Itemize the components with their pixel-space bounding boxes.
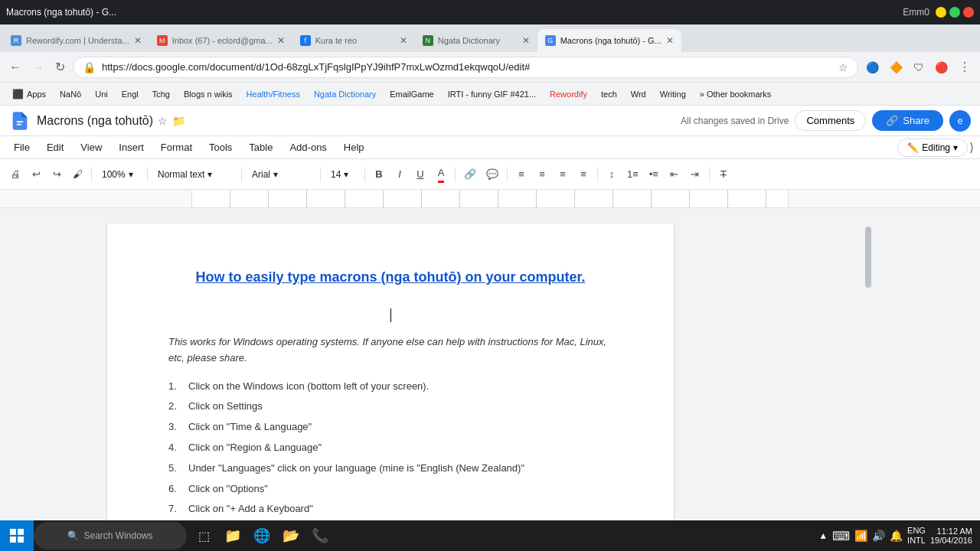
menu-help[interactable]: Help (336, 139, 372, 156)
comment-button[interactable]: 💬 (482, 165, 502, 183)
zoom-dropdown[interactable]: 100% ▾ (96, 166, 142, 183)
documents-button[interactable]: 📂 (277, 522, 305, 549)
taskview-button[interactable]: ⬚ (190, 522, 217, 549)
clear-formatting-button[interactable]: T̶ (714, 165, 733, 183)
bookmark-email[interactable]: EmailGame (384, 87, 439, 101)
tab-rewordify[interactable]: R Rewordify.com | Understa... ✕ (3, 29, 149, 52)
maximize-button[interactable] (949, 7, 960, 18)
font-dropdown[interactable]: Arial ▾ (247, 166, 315, 183)
redo-button[interactable]: ↪ (47, 165, 66, 183)
undo-button[interactable]: ↩ (27, 165, 45, 183)
tab-close-macrons[interactable]: ✕ (666, 35, 674, 46)
extension-icon-2[interactable]: 🔶 (887, 58, 906, 77)
link-button[interactable]: 🔗 (460, 165, 480, 183)
extension-icon-4[interactable]: 🔴 (932, 58, 951, 77)
tab-close-gmail[interactable]: ✕ (277, 35, 285, 46)
network-icon[interactable]: 📶 (854, 530, 867, 542)
doc-page[interactable]: How to easily type macrons (nga tohutō) … (107, 223, 674, 551)
system-clock[interactable]: 11:12 AM 19/04/2016 (930, 527, 972, 545)
close-button[interactable] (963, 7, 974, 18)
menu-format[interactable]: Format (153, 139, 200, 156)
bookmark-wrd[interactable]: Wrd (625, 87, 652, 101)
menu-view[interactable]: View (73, 139, 109, 156)
size-dropdown[interactable]: 14 ▾ (325, 166, 360, 183)
collapse-panel-button[interactable]: ⟩ (969, 140, 974, 155)
tab-close-facebook[interactable]: ✕ (400, 35, 407, 46)
indent-less-button[interactable]: ⇤ (665, 165, 684, 183)
style-chevron: ▾ (207, 169, 212, 180)
scrollbar[interactable] (864, 223, 873, 536)
tabs-bar: R Rewordify.com | Understa... ✕ M Inbox … (0, 24, 980, 52)
document-area[interactable]: How to easily type macrons (nga tohutō) … (0, 208, 980, 551)
refresh-button[interactable]: ↻ (52, 57, 68, 77)
menu-tools[interactable]: Tools (201, 139, 240, 156)
star-icon[interactable]: ☆ (158, 115, 168, 127)
tab-ngata[interactable]: N Ngata Dictionary ✕ (415, 29, 537, 52)
tab-macrons[interactable]: G Macrons (nga tohutō) - G... ✕ (537, 29, 681, 52)
paint-format-button[interactable]: 🖌 (68, 165, 87, 183)
align-right-button[interactable]: ≡ (554, 165, 572, 183)
bookmark-engl[interactable]: Engl (116, 87, 145, 101)
share-button[interactable]: 🔗 Share (872, 110, 943, 131)
language-indicator[interactable]: ENG INTL (907, 526, 926, 546)
docs-title[interactable]: Macrons (nga tohutō) (37, 114, 153, 128)
search-button[interactable]: 🔍 Search Windows (34, 522, 187, 549)
editing-mode-button[interactable]: ✏️ Editing ▾ (897, 139, 968, 157)
user-avatar[interactable]: e (949, 110, 971, 132)
line-spacing-button[interactable]: ↕ (603, 165, 621, 183)
bookmark-uni[interactable]: Uni (89, 87, 114, 101)
minimize-button[interactable] (936, 7, 946, 18)
back-button[interactable]: ← (6, 57, 24, 77)
folder-icon[interactable]: 📁 (172, 115, 185, 127)
volume-icon[interactable]: 🔊 (872, 530, 885, 542)
bookmark-tchg[interactable]: Tchg (146, 87, 176, 101)
tab-close-rewordify[interactable]: ✕ (134, 35, 142, 46)
print-button[interactable]: 🖨 (6, 165, 24, 183)
bookmark-ngata[interactable]: Ngata Dictionary (308, 87, 382, 101)
align-left-button[interactable]: ≡ (512, 165, 531, 183)
align-justify-button[interactable]: ≡ (574, 165, 593, 183)
style-dropdown[interactable]: Normal text ▾ (152, 166, 237, 183)
numbered-list-button[interactable]: 1≡ (623, 165, 642, 183)
bookmark-health[interactable]: Health/Fitness (240, 87, 306, 101)
bookmark-apps[interactable]: ⬛ Apps (6, 86, 52, 102)
extension-icon-3[interactable]: 🛡 (910, 58, 927, 77)
menu-file[interactable]: File (6, 139, 38, 156)
bookmark-nano[interactable]: NaNō (54, 87, 87, 101)
menu-edit[interactable]: Edit (39, 139, 71, 156)
up-arrow-icon[interactable]: ▲ (818, 530, 828, 541)
url-bar[interactable]: 🔒 https://docs.google.com/document/d/1Od… (73, 57, 858, 78)
bookmark-irti[interactable]: IRTI - funny GIF #421... (442, 87, 542, 101)
tab-facebook[interactable]: f Kura te reo ✕ (292, 29, 415, 52)
underline-button[interactable]: U (411, 165, 430, 183)
indent-more-button[interactable]: ⇥ (686, 165, 704, 183)
italic-button[interactable]: I (390, 165, 409, 183)
bookmark-writing[interactable]: Writing (654, 87, 692, 101)
tab-gmail[interactable]: M Inbox (67) - eclord@gma... ✕ (149, 29, 292, 52)
fileexplorer-button[interactable]: 📁 (219, 522, 247, 549)
tab-close-ngata[interactable]: ✕ (522, 35, 530, 46)
forward-button[interactable]: → (29, 57, 47, 77)
editing-label: Editing (922, 142, 950, 153)
text-color-button[interactable]: A (432, 165, 450, 180)
comments-button[interactable]: Comments (795, 110, 866, 131)
text-color-button-group[interactable]: A (432, 165, 450, 183)
bookmark-star-icon[interactable]: ☆ (838, 61, 848, 73)
menu-addons[interactable]: Add-ons (282, 139, 334, 156)
bulleted-list-button[interactable]: •≡ (645, 165, 663, 183)
menu-icon[interactable]: ⋮ (956, 57, 974, 77)
menu-insert[interactable]: Insert (111, 139, 152, 156)
bookmark-rewordify[interactable]: Rewordify (544, 87, 593, 101)
notification-icon[interactable]: 🔔 (890, 530, 903, 542)
start-button[interactable] (0, 520, 34, 551)
scrollbar-thumb[interactable] (865, 227, 871, 288)
align-center-button[interactable]: ≡ (533, 165, 551, 183)
bookmark-tech[interactable]: tech (595, 87, 623, 101)
bookmark-blogs[interactable]: Blogs n wikis (178, 87, 239, 101)
bold-button[interactable]: B (370, 165, 388, 183)
bookmark-other[interactable]: » Other bookmarks (694, 87, 778, 101)
menu-table[interactable]: Table (241, 139, 280, 156)
chrome-button[interactable]: 🌐 (248, 522, 276, 549)
phone-button[interactable]: 📞 (306, 522, 334, 549)
extension-icon-1[interactable]: 🔵 (863, 58, 882, 77)
